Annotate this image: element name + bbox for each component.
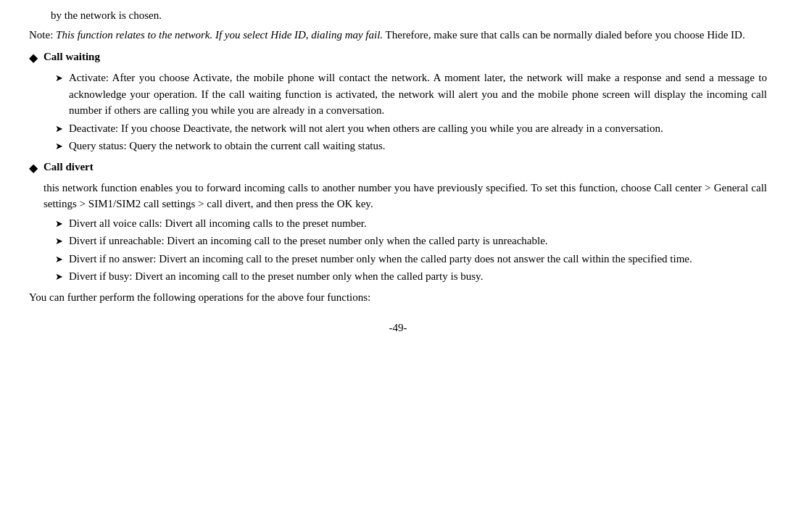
call-divert-title: Call divert — [43, 159, 94, 175]
call-waiting-title: Call waiting — [43, 49, 100, 65]
call-divert-section: ◆ Call divert this network function enab… — [29, 159, 767, 285]
bullet-text: Query status: Query the network to obtai… — [69, 138, 767, 154]
call-divert-body: this network function enables you to for… — [43, 180, 767, 212]
call-waiting-section: ◆ Call waiting ➤ Activate: After you cho… — [29, 49, 767, 154]
bullet-text: Divert all voice calls: Divert all incom… — [69, 215, 767, 232]
list-item: ➤ Activate: After you choose Activate, t… — [55, 70, 767, 119]
note-rest: Therefore, make sure that calls can be n… — [383, 29, 745, 41]
note-line: Note: This function relates to the netwo… — [29, 27, 767, 43]
call-waiting-bullets: ➤ Activate: After you choose Activate, t… — [55, 70, 767, 154]
diamond-icon: ◆ — [29, 159, 38, 177]
bullet-text: Deactivate: If you choose Deactivate, th… — [69, 120, 767, 137]
arrow-icon: ➤ — [55, 71, 63, 86]
list-item: ➤ Query status: Query the network to obt… — [55, 138, 767, 154]
bullet-text: Divert if no answer: Divert an incoming … — [69, 251, 767, 267]
list-item: ➤ Deactivate: If you choose Deactivate, … — [55, 120, 767, 137]
arrow-icon: ➤ — [55, 139, 63, 154]
arrow-icon: ➤ — [55, 234, 63, 249]
bullet-text: Divert if busy: Divert an incoming call … — [69, 268, 767, 285]
list-item: ➤ Divert all voice calls: Divert all inc… — [55, 215, 767, 232]
bullet-text: Activate: After you choose Activate, the… — [69, 70, 767, 119]
diamond-icon: ◆ — [29, 49, 38, 67]
call-waiting-header: ◆ Call waiting — [29, 49, 767, 67]
list-item: ➤ Divert if no answer: Divert an incomin… — [55, 251, 767, 267]
call-divert-bullets: ➤ Divert all voice calls: Divert all inc… — [55, 215, 767, 285]
page-footer: -49- — [29, 320, 767, 336]
arrow-icon: ➤ — [55, 270, 63, 284]
page-number: -49- — [389, 322, 407, 333]
arrow-icon: ➤ — [55, 252, 63, 267]
call-divert-header: ◆ Call divert — [29, 159, 767, 177]
note-label: Note: — [29, 29, 56, 41]
intro-line: by the network is chosen. — [29, 7, 767, 24]
list-item: ➤ Divert if unreachable: Divert an incom… — [55, 233, 767, 249]
arrow-icon: ➤ — [55, 122, 63, 136]
note-italic: This function relates to the network. If… — [56, 29, 383, 41]
list-item: ➤ Divert if busy: Divert an incoming cal… — [55, 268, 767, 285]
arrow-icon: ➤ — [55, 217, 63, 231]
bullet-text: Divert if unreachable: Divert an incomin… — [69, 233, 767, 249]
bottom-note: You can further perform the following op… — [29, 289, 767, 306]
page-content: by the network is chosen. Note: This fun… — [29, 7, 767, 336]
